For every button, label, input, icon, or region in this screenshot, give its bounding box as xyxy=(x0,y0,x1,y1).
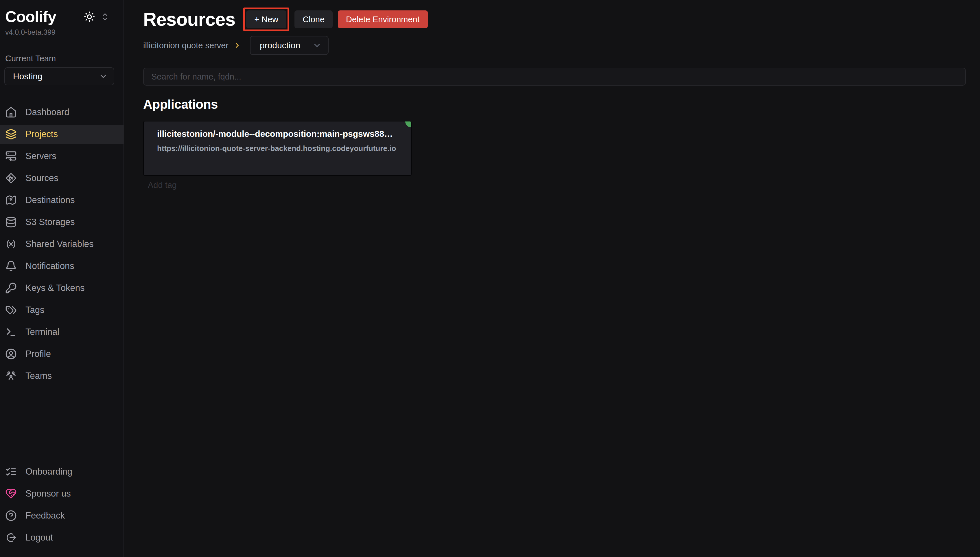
app-version: v4.0.0-beta.399 xyxy=(0,28,124,36)
terminal-icon xyxy=(5,326,17,338)
team-select-value: Hosting xyxy=(13,72,42,81)
breadcrumb-project[interactable]: illicitonion quote server xyxy=(143,41,228,50)
sidebar-item-label: Dashboard xyxy=(26,107,69,117)
applications-section-title: Applications xyxy=(143,97,966,112)
sidebar-item-dashboard[interactable]: Dashboard xyxy=(0,103,124,122)
git-source-icon xyxy=(5,173,17,184)
sidebar-item-label: Sources xyxy=(26,173,59,183)
users-icon xyxy=(5,370,17,382)
server-icon xyxy=(5,150,17,162)
sidebar-item-sources[interactable]: Sources xyxy=(0,169,124,188)
sidebar-item-keys-tokens[interactable]: Keys & Tokens xyxy=(0,278,124,298)
layers-icon xyxy=(5,129,17,140)
sidebar-item-onboarding[interactable]: Onboarding xyxy=(0,462,124,481)
sidebar-item-projects[interactable]: Projects xyxy=(0,125,124,144)
user-circle-icon xyxy=(5,348,17,360)
application-name: illicitestonion/-module--decomposition:m… xyxy=(157,129,399,139)
annotation-highlight-box: + New xyxy=(243,8,289,31)
sidebar-footer: Onboarding Sponsor us Feedback Logout xyxy=(0,462,124,550)
sidebar: Coolify v4.0.0-beta.399 Current Team Hos… xyxy=(0,0,124,557)
database-icon xyxy=(5,216,17,228)
new-button[interactable]: + New xyxy=(246,10,287,28)
search-input[interactable] xyxy=(143,68,966,86)
map-icon xyxy=(5,194,17,206)
clone-button[interactable]: Clone xyxy=(295,10,333,28)
sidebar-item-tags[interactable]: Tags xyxy=(0,300,124,319)
sun-icon[interactable] xyxy=(84,11,95,23)
page-header: Resources + New Clone Delete Environment xyxy=(143,9,966,30)
help-circle-icon xyxy=(5,510,17,521)
add-tag-input[interactable]: Add tag xyxy=(148,181,966,190)
sidebar-item-teams[interactable]: Teams xyxy=(0,366,124,386)
team-select[interactable]: Hosting xyxy=(4,67,114,85)
application-card[interactable]: illicitestonion/-module--decomposition:m… xyxy=(143,121,412,176)
sidebar-item-servers[interactable]: Servers xyxy=(0,147,124,166)
environment-select[interactable]: production xyxy=(250,36,329,55)
main-content: Resources + New Clone Delete Environment… xyxy=(125,0,980,557)
bell-icon xyxy=(5,260,17,272)
sidebar-item-label: S3 Storages xyxy=(26,217,75,227)
sidebar-item-feedback[interactable]: Feedback xyxy=(0,506,124,525)
variable-icon xyxy=(5,238,17,250)
delete-environment-button[interactable]: Delete Environment xyxy=(338,10,428,28)
sidebar-item-label: Profile xyxy=(26,349,51,359)
sidebar-item-label: Keys & Tokens xyxy=(26,283,85,293)
tags-icon xyxy=(5,304,17,316)
chevrons-up-down-icon[interactable] xyxy=(100,12,110,21)
logout-icon xyxy=(5,532,17,543)
sidebar-item-label: Sponsor us xyxy=(26,489,71,499)
sidebar-item-label: Teams xyxy=(26,371,52,381)
sidebar-item-label: Notifications xyxy=(26,261,74,271)
home-icon xyxy=(5,106,17,118)
sidebar-item-label: Projects xyxy=(26,129,58,139)
sidebar-item-notifications[interactable]: Notifications xyxy=(0,257,124,275)
current-team-label: Current Team xyxy=(0,54,124,64)
breadcrumb: illicitonion quote server production xyxy=(143,36,966,55)
sidebar-item-label: Onboarding xyxy=(26,466,72,477)
application-url: https://illicitonion-quote-server-backen… xyxy=(157,144,399,153)
sidebar-item-destinations[interactable]: Destinations xyxy=(0,191,124,210)
sidebar-item-label: Destinations xyxy=(26,195,75,205)
sidebar-item-s3-storages[interactable]: S3 Storages xyxy=(0,213,124,232)
brand-row: Coolify xyxy=(0,8,124,25)
sidebar-item-label: Terminal xyxy=(26,327,59,337)
sidebar-item-label: Logout xyxy=(26,533,53,543)
sidebar-item-label: Shared Variables xyxy=(26,239,94,249)
chevron-right-icon xyxy=(233,41,241,49)
heart-handshake-icon xyxy=(5,488,17,500)
status-running-indicator xyxy=(405,122,411,127)
sidebar-item-logout[interactable]: Logout xyxy=(0,528,124,547)
sidebar-spacer xyxy=(0,388,124,462)
sidebar-item-label: Servers xyxy=(26,151,56,161)
app-title: Coolify xyxy=(5,8,84,25)
sidebar-nav: Dashboard Projects Servers Sources xyxy=(0,103,124,388)
sidebar-item-label: Feedback xyxy=(26,510,65,521)
sidebar-item-sponsor-us[interactable]: Sponsor us xyxy=(0,484,124,503)
page-title: Resources xyxy=(143,9,235,30)
sidebar-item-profile[interactable]: Profile xyxy=(0,344,124,363)
list-checks-icon xyxy=(5,466,17,477)
key-icon xyxy=(5,282,17,294)
sidebar-item-shared-variables[interactable]: Shared Variables xyxy=(0,235,124,254)
sidebar-item-label: Tags xyxy=(26,305,44,315)
chevron-down-icon xyxy=(99,72,108,81)
chevron-down-icon xyxy=(313,41,322,50)
coolify-app: Coolify v4.0.0-beta.399 Current Team Hos… xyxy=(0,0,980,557)
sidebar-item-terminal[interactable]: Terminal xyxy=(0,322,124,342)
search-row xyxy=(143,68,966,86)
environment-select-value: production xyxy=(260,41,300,50)
